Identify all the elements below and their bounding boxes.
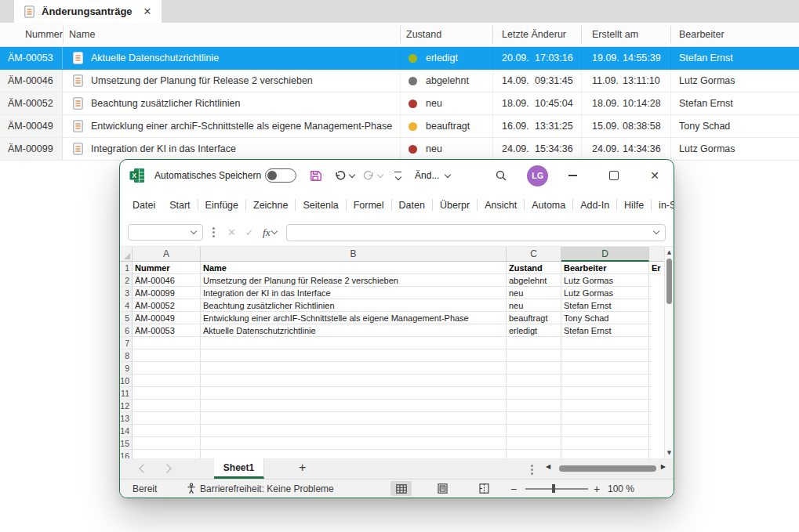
document-title[interactable]: Änd... <box>415 170 450 181</box>
row-number[interactable]: 2 <box>120 274 133 287</box>
cell[interactable] <box>133 375 201 387</box>
cell[interactable] <box>561 375 649 387</box>
cell-d3[interactable]: Lutz Gormas <box>561 287 649 299</box>
sheet-tab-sheet1[interactable]: Sheet1 <box>214 458 264 479</box>
sheet-row[interactable]: 3 ÄM-00099 Integration der KI in das Int… <box>120 287 674 299</box>
cell-d5[interactable]: Tony Schad <box>561 312 649 324</box>
row-number[interactable]: 8 <box>120 349 133 362</box>
zoom-slider-thumb[interactable] <box>552 484 555 493</box>
page-layout-view-button[interactable] <box>432 481 453 496</box>
cell-a3[interactable]: ÄM-00099 <box>133 287 201 299</box>
sheet-row[interactable]: 13 <box>120 412 674 425</box>
ribbon-tab-start[interactable]: Start <box>162 200 197 211</box>
column-header-b[interactable]: B <box>201 247 507 262</box>
scroll-right-icon[interactable]: ▶ <box>661 463 666 470</box>
sheet-row[interactable]: 11 <box>120 387 674 400</box>
scroll-down-icon[interactable]: ▼ <box>665 447 674 458</box>
cell-d1[interactable]: Bearbeiter <box>561 262 649 274</box>
sheet-row[interactable]: 16 <box>120 450 674 458</box>
ribbon-tab-ansicht[interactable]: Ansicht <box>478 200 524 211</box>
scroll-up-icon[interactable]: ▲ <box>665 247 674 258</box>
cell[interactable] <box>507 425 561 437</box>
cell[interactable] <box>133 337 201 349</box>
ribbon-tab-formeln[interactable]: Formel <box>347 200 391 211</box>
column-header-nummer[interactable]: Nummer <box>25 23 63 46</box>
cell-b1[interactable]: Name <box>201 262 507 274</box>
cell[interactable] <box>561 412 649 425</box>
cell-e3[interactable] <box>649 287 652 299</box>
page-break-preview-button[interactable] <box>474 481 495 496</box>
cell[interactable] <box>133 412 201 425</box>
enter-icon[interactable]: ✓ <box>245 227 253 238</box>
cell-e6[interactable] <box>649 324 652 337</box>
cell-e4[interactable] <box>649 299 652 312</box>
accessibility-status[interactable]: Barrierefreiheit: Keine Probleme <box>200 480 334 498</box>
cell[interactable] <box>133 425 201 437</box>
row-number[interactable]: 3 <box>120 287 133 299</box>
vertical-scrollbar-thumb[interactable] <box>666 259 672 304</box>
cell[interactable] <box>507 362 561 375</box>
account-avatar[interactable]: LG <box>527 165 548 186</box>
column-header-d-selected[interactable]: D <box>561 247 649 262</box>
save-icon[interactable] <box>309 168 323 183</box>
autosave-toggle[interactable] <box>265 168 296 183</box>
cell[interactable] <box>133 349 201 362</box>
add-sheet-button[interactable]: + <box>299 461 306 475</box>
ribbon-tab-daten[interactable]: Daten <box>392 200 432 211</box>
formula-input[interactable] <box>286 224 666 241</box>
cell-b6[interactable]: Aktuelle Datenschutzrichtlinie <box>201 324 507 337</box>
cell-d4[interactable]: Stefan Ernst <box>561 299 649 312</box>
cell-d6[interactable]: Stefan Ernst <box>561 324 649 337</box>
ribbon-tab-instep[interactable]: in-STEP <box>652 200 674 211</box>
row-number[interactable]: 9 <box>120 362 133 375</box>
formula-bar-handle-icon[interactable] <box>212 231 215 233</box>
cell-b2[interactable]: Umsetzung der Planung für Release 2 vers… <box>201 274 507 287</box>
minimize-button[interactable] <box>568 175 577 176</box>
cell-a1[interactable]: Nummer <box>133 262 201 274</box>
cell[interactable] <box>561 400 649 412</box>
search-icon[interactable] <box>495 169 508 183</box>
row-number[interactable]: 4 <box>120 299 133 312</box>
cell[interactable] <box>649 362 652 375</box>
cell-c5[interactable]: beauftragt <box>507 312 561 324</box>
cell-d2[interactable]: Lutz Gormas <box>561 274 649 287</box>
cell-a4[interactable]: ÄM-00052 <box>133 299 201 312</box>
tab-close-icon[interactable]: ✕ <box>143 5 152 17</box>
cell[interactable] <box>201 400 507 412</box>
ribbon-tab-einfuegen[interactable]: Einfüge <box>198 200 245 211</box>
cell[interactable] <box>561 337 649 349</box>
sheet-row[interactable]: 15 <box>120 437 674 450</box>
row-number[interactable]: 10 <box>120 375 133 387</box>
cell-c3[interactable]: neu <box>507 287 561 299</box>
cell-e2[interactable] <box>649 274 652 287</box>
column-header-name[interactable]: Name <box>69 23 95 46</box>
column-header-erstellt-am[interactable]: Erstellt am <box>592 23 638 46</box>
horizontal-scrollbar-thumb[interactable] <box>559 465 656 472</box>
cell[interactable] <box>507 349 561 362</box>
cell[interactable] <box>561 425 649 437</box>
cell-c6[interactable]: erledigt <box>507 324 561 337</box>
cell[interactable] <box>201 387 507 400</box>
column-header-c[interactable]: C <box>507 247 561 262</box>
cell-c4[interactable]: neu <box>507 299 561 312</box>
cell-c2[interactable]: abgelehnt <box>507 274 561 287</box>
cell-e5[interactable] <box>649 312 652 324</box>
row-number[interactable]: 16 <box>120 450 133 458</box>
cell[interactable] <box>649 425 652 437</box>
column-header-bearbeiter[interactable]: Bearbeiter <box>679 23 725 46</box>
cell[interactable] <box>507 387 561 400</box>
column-header-a[interactable]: A <box>133 247 201 262</box>
cell[interactable] <box>649 375 652 387</box>
row-number[interactable]: 13 <box>120 412 133 425</box>
select-all-corner[interactable] <box>120 247 133 262</box>
cell[interactable] <box>649 337 652 349</box>
cell[interactable] <box>507 337 561 349</box>
cancel-icon[interactable]: ✕ <box>227 226 236 238</box>
next-sheet-icon[interactable] <box>162 464 171 472</box>
row-number[interactable]: 7 <box>120 337 133 349</box>
sheet-row[interactable]: 1 Nummer Name Zustand Bearbeiter Er <box>120 262 674 274</box>
previous-sheet-icon[interactable] <box>139 464 147 472</box>
name-box[interactable] <box>128 224 203 241</box>
cell[interactable] <box>561 450 649 458</box>
ribbon-tab-hilfe[interactable]: Hilfe <box>617 200 651 211</box>
